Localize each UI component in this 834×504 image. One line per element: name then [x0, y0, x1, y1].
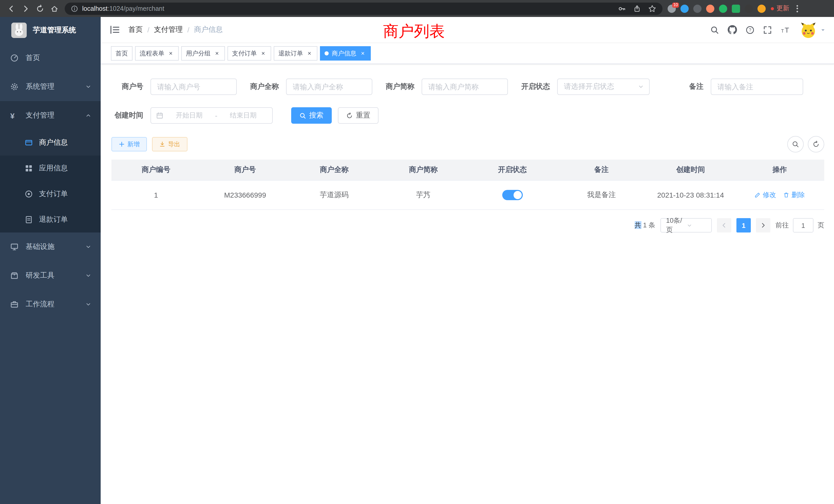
page-number-1[interactable]: 1	[737, 218, 751, 232]
edit-link[interactable]: 修改	[755, 190, 776, 200]
svg-text:?: ?	[749, 27, 751, 32]
fullscreen-icon[interactable]	[763, 25, 772, 34]
github-icon[interactable]	[728, 25, 737, 35]
next-page-button[interactable]	[756, 218, 770, 232]
close-icon[interactable]: ×	[214, 50, 220, 57]
extensions-area: 10	[667, 4, 766, 13]
sidebar-item-infrastructure[interactable]: 基础设施	[0, 232, 101, 261]
status-label: 开启状态	[521, 82, 550, 91]
tab-merchant-info[interactable]: 商户信息×	[320, 46, 371, 61]
search-icon[interactable]	[710, 25, 719, 34]
extension-icon[interactable]	[745, 4, 753, 13]
sidebar-item-workflow[interactable]: 工作流程	[0, 290, 101, 319]
sidebar-item-system[interactable]: 系统管理	[0, 72, 101, 101]
chevron-down-icon	[687, 223, 707, 228]
chevron-down-icon	[85, 84, 91, 90]
extension-icon[interactable]	[693, 4, 702, 13]
full-name-input[interactable]	[286, 78, 372, 95]
chrome-update-button[interactable]: 更新	[771, 4, 789, 13]
sidebar-item-app-info[interactable]: 应用信息	[0, 156, 101, 181]
refresh-table-button[interactable]	[808, 136, 824, 153]
user-menu[interactable]	[799, 21, 826, 39]
browser-toolbar: localhost:1024/pay/merchant 10 更新	[0, 0, 834, 17]
password-key-icon[interactable]	[618, 4, 626, 13]
trash-icon	[784, 192, 790, 198]
col-header: 商户简称	[379, 165, 468, 175]
close-icon[interactable]: ×	[359, 50, 366, 57]
back-button[interactable]	[4, 1, 19, 16]
short-name-input[interactable]	[422, 78, 508, 95]
font-size-icon[interactable]: TT	[781, 25, 791, 34]
share-icon[interactable]	[633, 4, 641, 13]
show-search-toggle-button[interactable]	[787, 136, 804, 153]
extension-icon[interactable]	[706, 4, 714, 13]
help-icon[interactable]: ?	[746, 25, 754, 34]
tab-pay-order[interactable]: 支付订单×	[227, 46, 271, 61]
page-size-select[interactable]: 10条/页	[660, 218, 712, 232]
sidebar-item-label: 研发工具	[26, 271, 54, 280]
app-logo-row[interactable]: 芋道管理系统	[0, 17, 101, 44]
search-button[interactable]: 搜索	[291, 107, 332, 124]
remark-label: 备注	[689, 82, 704, 91]
extension-icon[interactable]	[732, 4, 740, 13]
sidebar-item-payment[interactable]: ¥ 支付管理	[0, 101, 101, 130]
cell-merchant-index: 1	[111, 191, 200, 199]
short-name-label: 商户简称	[386, 82, 414, 91]
tab-home[interactable]: 首页	[111, 46, 132, 61]
prev-page-button[interactable]	[717, 218, 731, 232]
reload-button[interactable]	[33, 1, 47, 16]
breadcrumb-home[interactable]: 首页	[128, 25, 143, 35]
sidebar-item-refund-order[interactable]: 退款订单	[0, 207, 101, 232]
sidebar-item-home[interactable]: 首页	[0, 44, 101, 72]
briefcase-icon	[10, 300, 19, 308]
page-content: 商户号 商户全称 商户简称 开启状态 请选择开启状态	[101, 64, 834, 504]
merchant-no-input[interactable]	[151, 78, 237, 95]
goto-page-input[interactable]	[793, 218, 813, 232]
sidebar-item-dev-tools[interactable]: 研发工具	[0, 261, 101, 290]
sidebar-item-merchant-info[interactable]: 商户信息	[0, 130, 101, 156]
date-separator: -	[213, 111, 219, 120]
status-toggle[interactable]	[502, 190, 523, 200]
sidebar-item-label: 工作流程	[26, 300, 54, 309]
col-header: 商户编号	[111, 165, 200, 175]
breadcrumb-payment[interactable]: 支付管理	[154, 25, 183, 35]
address-bar[interactable]: localhost:1024/pay/merchant	[65, 2, 662, 15]
breadcrumb-current: 商户信息	[194, 25, 223, 35]
gear-icon	[10, 83, 19, 91]
reset-button[interactable]: 重置	[338, 107, 378, 124]
extension-icon[interactable]	[758, 4, 766, 13]
breadcrumb: 首页 / 支付管理 / 商户信息	[128, 25, 223, 35]
remark-input[interactable]	[711, 78, 803, 95]
browser-menu-button[interactable]	[793, 5, 801, 12]
col-header: 创建时间	[646, 165, 735, 175]
cell-merchant-no: M233666999	[200, 191, 290, 199]
tab-user-group[interactable]: 用户分组×	[181, 46, 225, 61]
create-time-label: 创建时间	[111, 111, 143, 120]
create-time-range-picker[interactable]: 开始日期 - 结束日期	[151, 107, 273, 124]
extension-icon[interactable]	[719, 4, 727, 13]
sidebar-item-label: 退款订单	[39, 215, 68, 224]
col-header: 开启状态	[468, 165, 557, 175]
forward-button[interactable]	[19, 1, 33, 16]
extension-icon[interactable]	[680, 4, 689, 13]
extension-icon[interactable]: 10	[667, 4, 676, 13]
site-info-icon[interactable]	[71, 5, 78, 12]
sidebar-item-pay-order[interactable]: 支付订单	[0, 181, 101, 207]
close-icon[interactable]: ×	[260, 50, 266, 57]
close-icon[interactable]: ×	[168, 50, 174, 57]
edit-icon	[755, 192, 761, 198]
home-button[interactable]	[47, 1, 62, 16]
close-icon[interactable]: ×	[306, 50, 313, 57]
add-button[interactable]: 新增	[111, 137, 147, 152]
merchant-no-label: 商户号	[111, 82, 143, 91]
table-row: 1 M233666999 芋道源码 芋艿 我是备注 2021-10-23 08:…	[111, 181, 824, 209]
hamburger-icon[interactable]	[110, 25, 120, 35]
tab-refund-order[interactable]: 退款订单×	[274, 46, 317, 61]
tab-process-form[interactable]: 流程表单×	[135, 46, 179, 61]
delete-link[interactable]: 删除	[784, 190, 805, 200]
export-button[interactable]: 导出	[152, 137, 188, 152]
status-select[interactable]: 请选择开启状态	[557, 78, 650, 95]
col-header: 操作	[735, 165, 824, 175]
bookmark-star-icon[interactable]	[648, 4, 656, 13]
svg-text:T: T	[781, 28, 784, 33]
